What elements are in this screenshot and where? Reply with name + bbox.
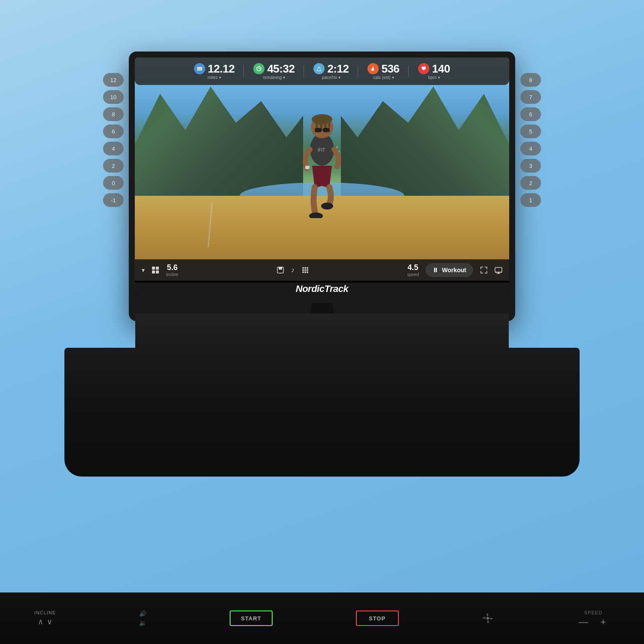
stat-pace[interactable]: 2:12 pace/mi ▾ [304, 61, 358, 82]
cast-icon [495, 266, 502, 274]
speed-section: SPEED — + [577, 610, 610, 626]
volume-down-icon[interactable]: 🔉 [139, 620, 146, 626]
apps-button[interactable] [301, 266, 309, 274]
monitor-frame: 12 10 8 6 4 2 0 -1 8 7 6 5 4 3 2 1 [129, 52, 515, 321]
distance-label: miles ▾ [207, 75, 221, 80]
svg-rect-18 [197, 70, 202, 70]
dropdown-icon: ▾ [142, 267, 145, 273]
stat-distance[interactable]: 12.12 miles ▾ [185, 61, 244, 82]
heart-rate-icon [418, 63, 429, 74]
svg-point-42 [486, 617, 489, 620]
svg-point-12 [321, 203, 333, 210]
pace-label: pace/mi ▾ [322, 75, 340, 80]
stat-calories[interactable]: 536 cals (est) ▾ [358, 61, 409, 82]
incline-btn-neg1[interactable]: -1 [103, 193, 124, 207]
svg-point-37 [307, 271, 308, 273]
calories-label: cals (est) ▾ [373, 75, 394, 80]
speed-btn-8[interactable]: 8 [520, 73, 541, 87]
fan-icon[interactable] [482, 612, 494, 624]
dropdown-button[interactable]: ▾ [142, 267, 145, 273]
stat-time[interactable]: 45:32 remaining ▾ [244, 61, 304, 82]
svg-rect-38 [495, 267, 502, 272]
pace-value: 2:12 [327, 63, 349, 75]
grid-button[interactable] [152, 266, 159, 274]
incline-btn-8[interactable]: 8 [103, 107, 124, 121]
heart-rate-label: bpm ▾ [428, 75, 440, 80]
incline-btn-2[interactable]: 2 [103, 159, 124, 173]
workout-button[interactable]: ⏸ Workout [425, 263, 473, 277]
speed-decrease-button[interactable]: — [577, 618, 590, 626]
svg-point-32 [302, 269, 304, 271]
incline-down-arrow[interactable]: ∨ [47, 617, 52, 626]
svg-rect-24 [156, 267, 159, 270]
expand-button[interactable] [480, 266, 488, 274]
speed-btn-3[interactable]: 3 [520, 159, 541, 173]
svg-rect-10 [305, 166, 310, 169]
incline-section: INCLINE ∧ ∨ [34, 610, 56, 626]
svg-rect-26 [156, 270, 159, 273]
svg-rect-25 [152, 270, 155, 273]
distance-value: 12.12 [208, 63, 235, 75]
treadmill-deck [64, 348, 580, 477]
calories-value: 536 [381, 63, 399, 75]
incline-up-arrow[interactable]: ∧ [38, 617, 43, 626]
stop-button[interactable]: STOP [356, 611, 399, 626]
speed-btn-1[interactable]: 1 [520, 193, 541, 207]
calories-icon [368, 63, 379, 74]
speed-btn-7[interactable]: 7 [520, 90, 541, 104]
incline-btn-10[interactable]: 10 [103, 90, 124, 104]
incline-bottom-label: INCLINE [34, 610, 56, 615]
time-label: remaining ▾ [263, 75, 285, 80]
svg-marker-22 [317, 67, 321, 71]
svg-rect-4 [320, 115, 322, 130]
music-button[interactable]: ♪ [291, 266, 295, 274]
start-button[interactable]: START [230, 611, 273, 626]
svg-point-29 [302, 267, 304, 269]
heart-rate-value: 140 [432, 63, 450, 75]
svg-point-33 [304, 269, 306, 271]
cast-button[interactable] [495, 266, 502, 274]
svg-rect-7 [315, 128, 322, 132]
right-controls: 4.5 speed ⏸ Workout [407, 263, 502, 277]
brand-logo: NordicTrack [296, 283, 348, 295]
speed-btn-4[interactable]: 4 [520, 142, 541, 155]
grid-icon [152, 266, 159, 274]
incline-btn-4[interactable]: 4 [103, 142, 124, 155]
speed-btn-6[interactable]: 6 [520, 107, 541, 121]
speed-btn-2[interactable]: 2 [520, 176, 541, 190]
pace-icon [313, 63, 325, 74]
svg-rect-6 [328, 117, 330, 128]
stop-label: STOP [369, 615, 386, 622]
svg-point-30 [304, 267, 306, 269]
bottom-panel: INCLINE ∧ ∨ 🔊 🔉 START STOP [0, 592, 644, 644]
fan-section [482, 612, 494, 624]
svg-point-15 [339, 151, 340, 152]
screen: iFIT [135, 58, 509, 295]
svg-text:iFIT: iFIT [318, 148, 325, 152]
apps-icon [301, 266, 309, 274]
svg-rect-17 [197, 68, 202, 69]
incline-btn-0[interactable]: 0 [103, 176, 124, 190]
speed-display: 4.5 speed [407, 263, 419, 277]
svg-rect-8 [323, 128, 330, 132]
speed-increase-button[interactable]: + [597, 618, 610, 626]
svg-point-35 [302, 271, 304, 273]
volume-up-icon[interactable]: 🔊 [139, 610, 146, 617]
pause-icon: ⏸ [432, 267, 438, 273]
start-label: START [241, 615, 261, 622]
incline-btn-6[interactable]: 6 [103, 125, 124, 138]
workout-label: Workout [442, 267, 466, 273]
center-controls: ♪ [276, 266, 309, 274]
stat-heart-rate[interactable]: 140 bpm ▾ [409, 61, 459, 82]
incline-btn-12[interactable]: 12 [103, 73, 124, 87]
save-button[interactable] [276, 266, 284, 274]
speed-label: speed [407, 272, 419, 277]
save-icon [276, 266, 284, 274]
speed-buttons: 8 7 6 5 4 3 2 1 [520, 73, 541, 207]
speed-btn-5[interactable]: 5 [520, 125, 541, 138]
incline-value: 5.6 [167, 263, 178, 272]
svg-point-14 [336, 146, 338, 148]
svg-rect-28 [279, 267, 282, 270]
volume-section: 🔊 🔉 [139, 610, 146, 626]
speed-controls: — + [577, 618, 610, 626]
